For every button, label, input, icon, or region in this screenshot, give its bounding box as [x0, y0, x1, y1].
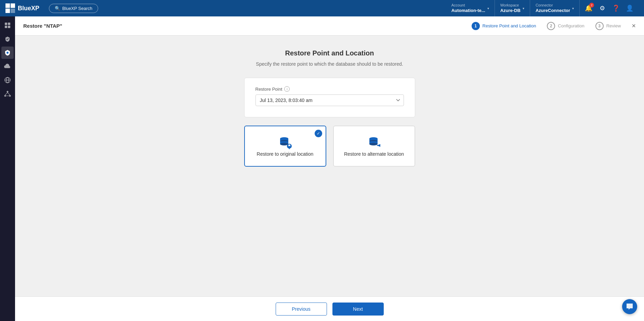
next-button[interactable]: Next	[332, 303, 384, 316]
sidebar-item-globe[interactable]	[1, 74, 14, 86]
step-2-circle: 2	[547, 22, 555, 30]
close-button[interactable]: ×	[632, 22, 636, 30]
search-icon: 🔍	[55, 6, 60, 11]
svg-rect-5	[8, 23, 10, 25]
wizard-steps: 1 Restore Point and Location 2 Configura…	[472, 22, 621, 30]
original-location-card[interactable]: ✓ Restore to original location	[244, 126, 326, 167]
search-area[interactable]: 🔍 BlueXP Search	[49, 4, 98, 13]
alternate-location-label: Restore to alternate location	[344, 151, 404, 158]
svg-line-15	[5, 93, 8, 95]
workspace-chevron-icon: ▾	[523, 7, 524, 10]
step-1-circle: 1	[472, 22, 480, 30]
svg-rect-1	[11, 3, 15, 8]
sidebar-item-protection[interactable]	[1, 33, 14, 45]
globe-icon	[4, 77, 11, 84]
topbar-right: Account Automation-te... ▾ Workspace Azu…	[446, 0, 639, 16]
svg-point-14	[9, 95, 11, 97]
svg-line-16	[8, 93, 10, 95]
svg-rect-3	[11, 9, 15, 13]
sidebar-item-nodes[interactable]	[1, 88, 14, 100]
svg-point-13	[4, 95, 6, 97]
step-3-label: Review	[606, 23, 621, 28]
svg-rect-4	[5, 23, 7, 25]
svg-rect-0	[5, 3, 10, 8]
svg-point-8	[6, 52, 9, 54]
connector-chevron-icon: ▾	[572, 7, 574, 10]
sidebar-item-dashboard[interactable]	[1, 19, 14, 31]
account-chevron-icon: ▾	[487, 7, 489, 10]
notification-badge: 2	[589, 3, 594, 8]
selected-check-badge: ✓	[315, 130, 322, 137]
netapp-logo-icon	[5, 3, 15, 13]
previous-button[interactable]: Previous	[276, 303, 327, 316]
main-content: Restore Point and Location Specify the r…	[15, 36, 644, 296]
sidebar-item-cloud[interactable]	[1, 60, 14, 73]
chat-icon	[626, 303, 633, 310]
heart-shield-icon	[4, 36, 11, 42]
dashboard-icon	[4, 22, 11, 29]
page-subtitle: Specify the restore point to which the d…	[256, 61, 403, 67]
chat-fab-button[interactable]	[622, 299, 637, 314]
notifications-button[interactable]: 🔔 2	[582, 2, 595, 14]
panel-header: Restore "NTAP" 1 Restore Point and Locat…	[15, 16, 644, 36]
svg-rect-6	[5, 26, 7, 28]
app-name: BlueXP	[18, 5, 39, 12]
connector-section[interactable]: Connector AzureConnector ▾	[530, 0, 580, 16]
bottom-bar: Previous Next	[15, 296, 644, 321]
help-button[interactable]: ❓	[610, 2, 622, 14]
svg-rect-2	[5, 9, 10, 13]
cloud-icon	[4, 63, 11, 69]
panel-title: Restore "NTAP"	[23, 23, 62, 29]
search-button[interactable]: 🔍 BlueXP Search	[49, 4, 98, 13]
settings-button[interactable]: ⚙	[596, 2, 608, 14]
info-icon[interactable]: i	[284, 86, 290, 92]
restore-point-label: Restore Point i	[255, 86, 404, 92]
step-1-label: Restore Point and Location	[483, 23, 536, 28]
step-2-label: Configuration	[558, 23, 584, 28]
svg-point-22	[280, 143, 288, 145]
wizard-step-1[interactable]: 1 Restore Point and Location	[472, 22, 536, 30]
sidebar	[0, 16, 15, 321]
shield-active-icon	[4, 49, 11, 56]
topbar-icon-group: 🔔 2 ⚙ ❓ 👤	[580, 2, 639, 14]
svg-point-12	[7, 91, 9, 93]
nodes-icon	[4, 90, 11, 97]
topbar: BlueXP 🔍 BlueXP Search Account Automatio…	[0, 0, 644, 16]
user-button[interactable]: 👤	[623, 2, 636, 14]
wizard-step-2[interactable]: 2 Configuration	[547, 22, 584, 30]
main-layout: Restore "NTAP" 1 Restore Point and Locat…	[0, 16, 644, 321]
location-cards: ✓ Restore to original location	[244, 126, 415, 167]
restore-point-card: Restore Point i Jul 13, 2023, 8:03:40 am	[244, 78, 415, 117]
content-area: Restore "NTAP" 1 Restore Point and Locat…	[15, 16, 644, 321]
restore-point-select[interactable]: Jul 13, 2023, 8:03:40 am	[255, 94, 404, 106]
account-section[interactable]: Account Automation-te... ▾	[446, 0, 495, 16]
db-pin-icon	[277, 134, 293, 151]
original-location-label: Restore to original location	[257, 151, 314, 158]
wizard-step-3[interactable]: 3 Review	[595, 22, 621, 30]
svg-rect-7	[8, 26, 10, 28]
db-arrow-icon	[366, 134, 382, 151]
step-3-circle: 3	[595, 22, 604, 30]
alternate-location-card[interactable]: Restore to alternate location	[333, 126, 415, 167]
sidebar-item-backup[interactable]	[1, 47, 14, 59]
page-title: Restore Point and Location	[285, 49, 374, 57]
app-logo: BlueXP	[5, 3, 39, 13]
svg-point-29	[369, 143, 378, 145]
workspace-section[interactable]: Workspace Azure-DB ▾	[495, 0, 530, 16]
